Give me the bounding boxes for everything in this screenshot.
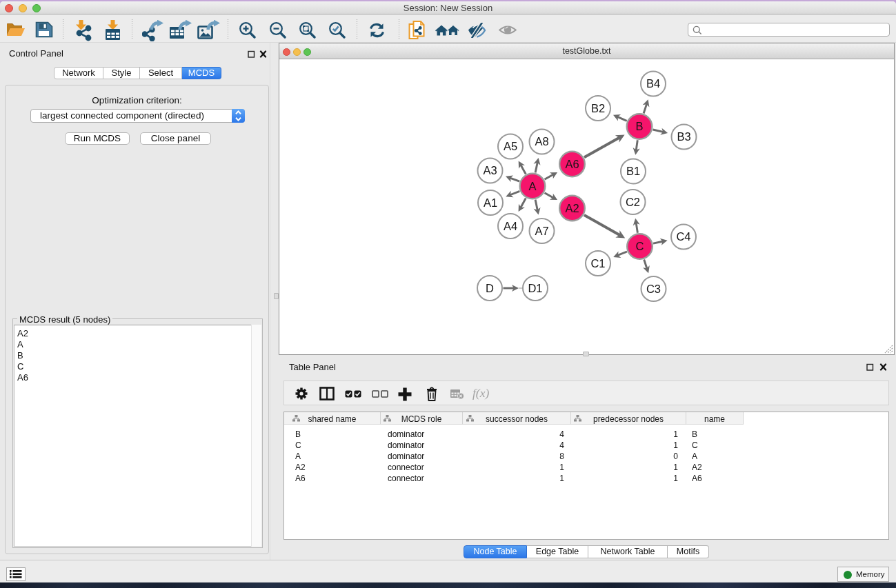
svg-text:C: C xyxy=(636,240,644,252)
svg-text:A2: A2 xyxy=(565,202,579,214)
svg-text:A7: A7 xyxy=(535,225,548,237)
svg-text:C4: C4 xyxy=(676,230,690,243)
svg-text:A8: A8 xyxy=(535,135,548,148)
svg-text:A: A xyxy=(528,180,536,192)
svg-text:D1: D1 xyxy=(528,282,542,294)
svg-text:C1: C1 xyxy=(590,257,605,270)
svg-text:C3: C3 xyxy=(646,283,661,295)
svg-text:D: D xyxy=(486,282,494,294)
svg-text:B2: B2 xyxy=(591,102,605,114)
svg-text:C2: C2 xyxy=(626,196,640,208)
svg-text:A5: A5 xyxy=(504,140,517,152)
svg-text:B3: B3 xyxy=(677,130,690,143)
svg-text:A3: A3 xyxy=(483,164,497,176)
svg-text:B1: B1 xyxy=(626,165,640,177)
svg-text:A6: A6 xyxy=(565,158,579,170)
svg-text:A4: A4 xyxy=(504,220,517,232)
svg-text:B4: B4 xyxy=(646,77,660,90)
svg-text:A1: A1 xyxy=(484,196,497,209)
svg-text:B: B xyxy=(635,120,643,132)
